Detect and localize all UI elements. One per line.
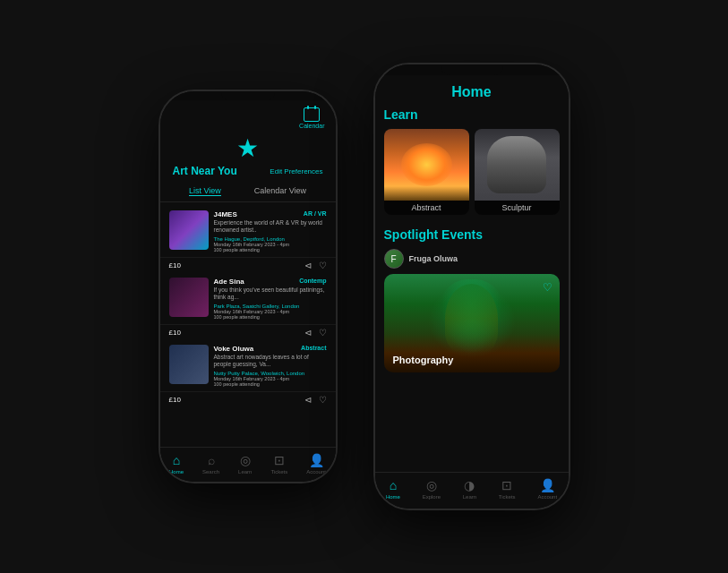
avatar-initials: F [390,254,396,264]
event-price-0: £10 [169,261,181,269]
right-account-icon: 👤 [540,478,555,492]
right-nav-tickets-label: Tickets [499,494,516,500]
phone-notch [221,91,275,100]
event-type-1: Contemp [299,278,326,286]
heart-icon[interactable]: ♡ [319,395,327,405]
right-header: Home [375,75,569,107]
event-price-1: £10 [169,329,181,337]
bottom-nav-left: ⌂ Home ⌕ Search ◎ Learn ⊡ Tickets 👤 A [160,447,336,482]
events-list: J4MES AR / VR Experience the world of AR… [160,202,336,447]
share-icon[interactable]: ⊲ [304,395,312,405]
right-nav-account-label: Account [537,494,557,500]
nav-home[interactable]: ⌂ Home [169,453,184,475]
right-nav-tickets[interactable]: ⊡ Tickets [499,478,516,500]
tickets-icon: ⊡ [274,453,285,467]
spotlight-heart-icon[interactable]: ♡ [543,281,552,294]
event-info-1: Ade Sina Contemp If you think you've see… [214,278,327,320]
share-icon[interactable]: ⊲ [304,261,312,270]
event-name-0: J4MES [214,210,237,218]
learn-grid: Abstract Sculptur [384,129,560,215]
event-desc-2: Abstract art nowadays leaves a lot of pe… [214,354,327,369]
learn-section-title: Learn [384,107,560,122]
sculpture-image [475,129,560,201]
calendar-button[interactable]: Calendar [299,107,324,129]
learn-card-abstract[interactable]: Abstract [384,129,469,215]
nav-search[interactable]: ⌕ Search [202,453,219,475]
event-card[interactable]: Ade Sina Contemp If you think you've see… [160,273,336,340]
view-toggle: List View Calendar View [160,181,336,202]
event-type-0: AR / VR [304,210,327,218]
list-view-button[interactable]: List View [189,186,221,196]
calendar-icon [304,107,320,122]
event-attending-1: 100 people attending [214,314,327,320]
event-desc-0: Experience the world of AR & VR by world… [214,219,327,235]
event-actions-0: ⊲ ♡ [304,261,327,270]
event-info-0: J4MES AR / VR Experience the world of AR… [214,210,327,252]
logo-row: ★ [160,133,336,165]
user-avatar: F [384,249,404,269]
nav-learn-label: Learn [238,469,252,475]
right-nav-home-label: Home [386,494,400,500]
calendar-view-button[interactable]: Calendar View [254,186,306,196]
event-attending-0: 100 people attending [214,247,327,252]
event-thumbnail-0 [169,210,209,250]
event-desc-1: If you think you've seen beautiful patin… [214,286,327,302]
nav-learn[interactable]: ◎ Learn [238,453,252,475]
event-name-2: Voke Oluwa [214,345,254,353]
right-home-icon: ⌂ [390,478,397,492]
nav-account-label: Account [306,469,326,475]
learn-icon: ◎ [240,453,251,467]
event-card[interactable]: J4MES AR / VR Experience the world of AR… [160,206,336,273]
app-background: Calendar ★ Art Near You Edit Preferences… [0,0,728,573]
spotlight-image-label: Photography [393,355,454,365]
right-nav-account[interactable]: 👤 Account [537,478,557,500]
event-info-2: Voke Oluwa Abstract Abstract art nowaday… [214,345,327,387]
right-nav-learn-label: Learn [463,494,476,500]
heart-icon[interactable]: ♡ [319,261,327,270]
event-thumbnail-1 [169,278,209,317]
account-icon: 👤 [309,453,324,467]
left-header: Calendar [160,100,336,133]
sculpture-label: Sculptur [475,201,560,215]
abstract-image [384,129,469,201]
event-attending-2: 100 people attending [214,381,327,387]
right-phone-notch [441,64,503,75]
home-icon: ⌂ [173,453,180,467]
right-content: Learn Abstract Sculptur Spotlight Events [375,107,569,472]
spotlight-section: Spotlight Events F Fruga Oluwa [384,227,560,372]
nav-tickets[interactable]: ⊡ Tickets [270,453,287,475]
abstract-label: Abstract [384,201,469,215]
app-title: Art Near You [173,165,237,177]
spotlight-title: Spotlight Events [384,227,560,242]
calendar-label: Calendar [299,123,324,129]
user-name: Fruga Oluwa [409,254,458,263]
right-tickets-icon: ⊡ [501,478,512,492]
right-learn-icon: ◑ [464,478,475,492]
right-explore-icon: ◎ [426,478,437,492]
spotlight-user-row: F Fruga Oluwa [384,249,560,269]
search-icon: ⌕ [208,453,215,467]
event-name-1: Ade Sina [214,278,244,286]
learn-card-sculpture[interactable]: Sculptur [475,129,560,215]
spotlight-image-container[interactable]: Photography ♡ [384,274,560,372]
event-thumbnail-2 [169,345,209,384]
right-nav-learn[interactable]: ◑ Learn [463,478,476,500]
share-icon[interactable]: ⊲ [304,328,312,338]
star-logo: ★ [236,136,259,161]
event-price-2: £10 [169,396,181,404]
left-phone: Calendar ★ Art Near You Edit Preferences… [158,90,338,483]
event-type-2: Abstract [301,345,326,353]
nav-search-label: Search [202,469,219,475]
right-nav-explore-label: Explore [423,494,441,500]
right-nav-home[interactable]: ⌂ Home [386,478,400,500]
edit-preferences-button[interactable]: Edit Preferences [270,167,322,175]
nav-home-label: Home [169,469,184,475]
event-card[interactable]: Voke Oluwa Abstract Abstract art nowaday… [160,340,336,407]
event-actions-2: ⊲ ♡ [304,395,327,405]
right-nav-explore[interactable]: ◎ Explore [423,478,441,500]
right-page-title: Home [451,84,491,100]
heart-icon[interactable]: ♡ [319,328,327,338]
right-phone: Home Learn Abstract Sculptur [373,63,570,510]
nav-account[interactable]: 👤 Account [306,453,326,475]
nav-tickets-label: Tickets [270,469,287,475]
